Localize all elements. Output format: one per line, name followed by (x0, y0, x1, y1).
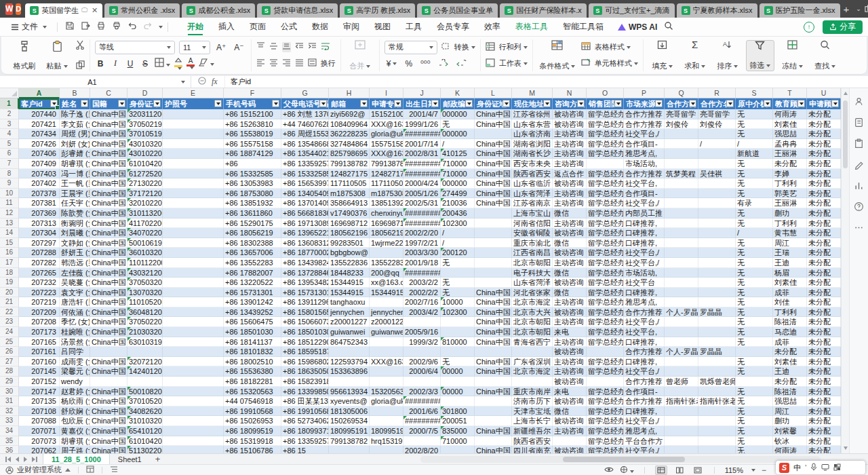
ime-mic-icon[interactable] (810, 463, 817, 472)
cell-M10[interactable]: 山东省菏泽 (512, 189, 553, 199)
cell-L35[interactable] (475, 436, 512, 446)
cell-C2[interactable]: China中国 (90, 109, 127, 119)
new-document-button[interactable]: + (840, 3, 853, 15)
copy-icon[interactable] (76, 60, 85, 71)
cell-G29[interactable]: +86 1582391866 (281, 377, 329, 387)
cell-T21[interactable]: 刘佳 (773, 297, 807, 307)
column-header-F[interactable]: F (224, 88, 281, 98)
cell-G32[interactable]: +86 1991056803 (281, 406, 329, 417)
cell-C15[interactable]: China中国 (90, 238, 127, 248)
cell-R12[interactable] (698, 208, 736, 218)
percent-format-button[interactable]: % (403, 59, 414, 69)
cell-Q25[interactable] (665, 337, 698, 347)
cell-T24[interactable]: 马恋迪 (773, 327, 807, 337)
cell-I31[interactable]: gloria@uk (370, 396, 403, 406)
cell-O25[interactable]: 留学总经办 (587, 337, 624, 347)
cell-F23[interactable]: +86 15606475 (224, 317, 281, 327)
distribute-icon[interactable] (308, 58, 317, 69)
cell-F6[interactable]: +86 18874129 (224, 149, 281, 159)
cell-D21[interactable]: 110105200207165451 (127, 297, 163, 307)
cell-S33[interactable]: 无 (736, 416, 773, 426)
header-cell-C[interactable]: 国籍 (90, 98, 127, 109)
row-number[interactable]: 10 (0, 189, 19, 199)
menu-item-会员专享[interactable]: 会员专享 (429, 18, 477, 36)
export-icon[interactable] (81, 21, 90, 33)
cell-E22[interactable] (163, 307, 224, 318)
cell-B32[interactable]: 舒欣娴 (女 (60, 406, 90, 417)
row-number[interactable]: 26 (0, 347, 19, 357)
cell-F17[interactable]: +86 13552283 (224, 258, 281, 268)
cell-S21[interactable]: 无 (736, 297, 773, 307)
cell-B4[interactable]: 周煜 (男) (60, 129, 90, 139)
cell-G19[interactable]: +86 1395348251 (281, 278, 329, 288)
cell-S32[interactable]: 无 (736, 406, 773, 417)
cell-U33[interactable]: 未分配 (807, 416, 841, 426)
insert-function-icon[interactable] (198, 77, 206, 87)
cell-S11[interactable]: 有录 (736, 198, 773, 208)
cell-J7[interactable]: ######### (403, 159, 441, 169)
header-cell-S[interactable]: 原中介机 (736, 98, 773, 109)
system-label[interactable]: 业财管理系统 (17, 465, 62, 475)
header-cell-I[interactable]: 申请专用 (370, 98, 403, 109)
document-icon[interactable] (854, 117, 864, 130)
decrease-font-icon[interactable]: A⁻ (232, 43, 245, 52)
cell-I33[interactable] (370, 416, 403, 426)
cell-O18[interactable]: 留学总经办 (587, 268, 624, 278)
cell-E16[interactable] (163, 248, 224, 258)
cell-N30[interactable]: 来电 (553, 387, 587, 397)
cell-J34[interactable]: 2000/7/5 (403, 426, 441, 436)
cell-N36[interactable]: 被动咨询 (553, 446, 587, 453)
cell-I25[interactable] (370, 337, 403, 347)
cell-A27[interactable]: 207160 (19, 357, 60, 367)
cell-L31[interactable] (475, 396, 512, 406)
cell-I19[interactable]: xx@163.c (370, 278, 403, 288)
row-number[interactable]: 35 (0, 436, 19, 446)
cell-R9[interactable] (698, 178, 736, 189)
cell-B33[interactable]: 包欣辰 (女 (60, 416, 90, 426)
cell-U26[interactable]: 未分配 (807, 347, 841, 357)
filter-dropdown-icon[interactable] (81, 100, 88, 107)
share-button[interactable]: 分享 (823, 20, 863, 34)
cell-L24[interactable]: China中国 (475, 327, 512, 337)
eye-icon[interactable] (604, 466, 614, 474)
cell-B9[interactable]: 王一帆 (男 (60, 178, 90, 189)
cell-C4[interactable]: China中国 (90, 129, 127, 139)
cell-U36[interactable]: 未分配 (807, 446, 841, 453)
cell-G31[interactable]: +86 田某某1395 (281, 396, 329, 406)
cell-D36[interactable]: 511302200208200025 (127, 446, 163, 453)
cell-F19[interactable]: +86 13220522 (224, 278, 281, 288)
cell-R26[interactable]: 罗晶晶 (698, 347, 736, 357)
cell-A23[interactable]: 207208 (19, 317, 60, 327)
cell-N32[interactable]: 微信 (553, 406, 587, 417)
column-header-B[interactable]: B (60, 88, 90, 98)
align-middle-icon[interactable] (269, 42, 278, 52)
cell-N29[interactable]: 被动咨询 (553, 377, 587, 387)
cell-B36[interactable]: 周子路 (女 (60, 446, 90, 453)
cell-U25[interactable]: 未分配 (807, 337, 841, 347)
conditional-format-button[interactable]: 条件格式 (538, 40, 577, 71)
cell-N2[interactable]: 被动咨询 (553, 109, 587, 119)
cell-I29[interactable] (370, 377, 403, 387)
cell-H7[interactable]: 799138782 (329, 159, 370, 169)
cell-S12[interactable]: 无 (736, 208, 773, 218)
merge-cells-button[interactable]: 合并 (346, 40, 374, 71)
enter-focus-mode-icon[interactable]: 🖵 (81, 7, 87, 14)
cell-N33[interactable]: 被动咨询 (553, 416, 587, 426)
column-header-L[interactable]: L (475, 88, 512, 98)
cell-Q36[interactable] (665, 446, 698, 453)
cell-S13[interactable]: 无 (736, 218, 773, 229)
cell-L23[interactable]: China中国 (475, 317, 512, 327)
cell-S10[interactable]: 无 (736, 189, 773, 199)
cell-I36[interactable] (370, 446, 403, 453)
cell-D26[interactable] (127, 347, 163, 357)
header-cell-B[interactable]: 姓名 (60, 98, 90, 109)
cell-L15[interactable] (475, 238, 512, 248)
cell-H2[interactable]: ziyi5692@ (329, 109, 370, 119)
cell-Q29[interactable]: 曾老师 (665, 377, 698, 387)
cell-J8[interactable]: ######### (403, 169, 441, 179)
cell-M22[interactable]: 北京市大兴 (512, 307, 553, 318)
header-cell-P[interactable]: 市场来源 (624, 98, 665, 109)
cell-K33[interactable]: 200051 (441, 416, 475, 426)
cell-B13[interactable]: 衡琬明 (女 (60, 218, 90, 229)
cell-A7[interactable]: 207409 (19, 159, 60, 169)
